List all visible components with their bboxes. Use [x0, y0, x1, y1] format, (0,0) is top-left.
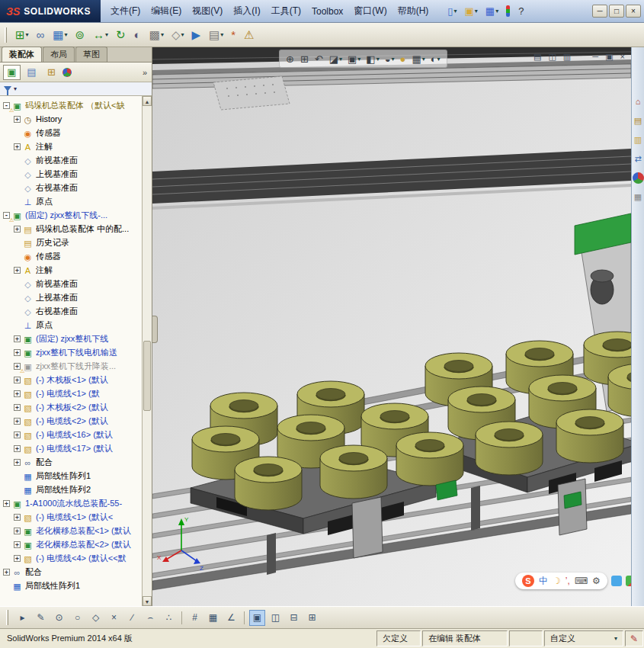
ime-button[interactable]: ⌨ — [575, 576, 588, 586]
sketch-tool-button[interactable]: ✎ — [33, 610, 49, 626]
toolbar-button[interactable]: ⚠ — [241, 26, 258, 44]
status-custom[interactable]: 自定义 ▾ — [544, 630, 623, 646]
sketch-tool-button[interactable]: ⊙ — [51, 610, 67, 626]
taskpane-icon[interactable] — [633, 172, 644, 184]
menu-item[interactable]: 插入(I) — [228, 2, 265, 20]
toolbar-button[interactable]: * — [228, 26, 239, 44]
tree-item[interactable]: ▦ 局部线性阵列2 — [2, 483, 142, 496]
manager-tab[interactable]: ⊞ — [43, 65, 60, 80]
tree-item[interactable]: + ◷ History — [2, 112, 142, 126]
sketch-tool-button[interactable]: ⊟ — [286, 610, 302, 626]
sketch-tool-button[interactable]: ∴ — [161, 610, 177, 626]
toolbar-button[interactable]: ▦ ▾ — [50, 26, 70, 44]
sketch-tool-button[interactable]: ◫ — [268, 610, 284, 626]
menu-item[interactable]: 帮助(H) — [392, 2, 434, 20]
commandmanager-tab[interactable]: 布局 — [43, 47, 75, 62]
quick-tool-button[interactable]: ▦ ▾ — [482, 4, 501, 19]
tree-item[interactable]: + ▧ (-) 电缆线<16> (默认 — [2, 428, 142, 441]
tree-item[interactable]: + A 注解 — [2, 140, 142, 153]
ime-button[interactable]: ⚙ — [592, 576, 601, 586]
commandmanager-tab[interactable]: 草图 — [75, 47, 107, 62]
toolbar-button[interactable]: ◐ — [131, 26, 145, 44]
tree-item[interactable]: ◇ 前视基准面 — [2, 277, 142, 290]
tree-expander[interactable]: + — [14, 267, 21, 274]
quick-tool-button[interactable] — [503, 3, 514, 19]
toolbar-button[interactable]: ◇ ▾ — [168, 26, 187, 44]
tree-item[interactable]: + ▣ 1-A1000流水线总装配-55- — [2, 496, 142, 510]
tree-item[interactable]: ◇ 前视基准面 — [2, 153, 142, 167]
menu-item[interactable]: 工具(T) — [266, 2, 306, 20]
tree-item[interactable]: + ▧ (-) 电缆线<1> (默认< — [2, 510, 142, 524]
tree-item[interactable]: + ▧ (-) 电缆线<4> (默认<<默 — [2, 551, 142, 565]
toolbar-grip[interactable] — [5, 27, 7, 43]
tree-expander[interactable]: + — [14, 541, 21, 548]
tree-scrollbar[interactable]: ▲ ▼ — [142, 96, 152, 606]
viewport-tool-button[interactable]: ▣ ▾ — [348, 53, 360, 65]
tree-expander[interactable]: + — [14, 418, 21, 425]
quick-tool-button[interactable]: ▯ ▾ — [444, 4, 460, 19]
viewport-tool-button[interactable]: ◐ ▾ — [431, 53, 441, 65]
tree-expander[interactable]: + — [14, 555, 21, 562]
sketch-tool-button[interactable]: ∕ — [124, 610, 140, 626]
menu-item[interactable]: 视图(V) — [187, 2, 228, 20]
manager-tab[interactable] — [62, 68, 72, 77]
tree-item[interactable]: - ▣ ⚠ (固定) zjxx整机下线-... — [2, 208, 142, 222]
ime-button[interactable]: ☽ — [553, 576, 561, 586]
chevron-down-icon[interactable]: ▾ — [14, 85, 17, 92]
viewport-tool-button[interactable]: ◒ ▾ — [385, 53, 395, 65]
tree-item[interactable]: + ▧ (-) 电缆线<1> (默 — [2, 387, 142, 400]
window-button[interactable]: × — [626, 5, 641, 18]
toolbar-button[interactable]: ▤ ▾ — [206, 26, 226, 44]
ime-extra-icon[interactable] — [611, 576, 622, 586]
tree-item[interactable]: ◇ 上视基准面 — [2, 167, 142, 181]
tree-item[interactable]: + ▣ ⚠ zjxx整机下线升降装... — [2, 359, 142, 373]
tree-expander[interactable]: + — [3, 500, 10, 507]
taskpane-icon[interactable]: ▦ — [633, 191, 644, 203]
viewport-tool-button[interactable]: ◧ ▾ — [366, 53, 379, 65]
toolbar-button[interactable]: ⊞ ▾ — [12, 26, 32, 44]
tree-item[interactable]: + ▣ zjxx整机下线电机输送 — [2, 345, 142, 359]
toolbar-button[interactable]: ▶ — [189, 26, 205, 44]
sketch-tool-button[interactable] — [181, 611, 182, 624]
tree-expander[interactable]: + — [14, 377, 21, 383]
sketch-tool-button[interactable]: ⌢ — [143, 610, 159, 626]
toolbar-button[interactable]: ↻ — [113, 26, 130, 44]
sketch-tool-button[interactable]: ▦ — [205, 610, 221, 626]
taskpane-icon[interactable]: ▤ — [633, 115, 644, 127]
quick-tool-button[interactable]: ▣ ▾ — [462, 4, 481, 19]
tree-item[interactable]: ◉ 传感器 — [2, 126, 142, 140]
manager-tab[interactable]: ▤ — [23, 65, 40, 80]
tree-item[interactable]: ⊥ 原点 — [2, 318, 142, 332]
menu-item[interactable]: Toolbox — [306, 4, 348, 19]
menu-item[interactable]: 窗口(W) — [348, 2, 392, 20]
tree-item[interactable]: + A 注解 — [2, 263, 142, 277]
ime-button[interactable]: ’, — [566, 576, 570, 586]
viewport-tool-button[interactable]: ⊞ — [300, 53, 309, 65]
pane-control-icon[interactable]: ▤ — [533, 52, 541, 62]
taskpane-icon[interactable]: ⇄ — [633, 153, 644, 165]
toolbar-button[interactable]: ⊚ — [72, 26, 89, 44]
tree-item[interactable]: ▤ 历史记录 — [2, 236, 142, 249]
sketch-tool-button[interactable]: ▣ — [249, 610, 265, 626]
status-edit-icon[interactable]: ✎ — [625, 630, 643, 646]
sketch-tool-button[interactable]: ○ — [69, 610, 85, 626]
menu-item[interactable]: 编辑(E) — [146, 2, 187, 20]
tree-expander[interactable]: + — [14, 226, 21, 233]
sketch-tool-button[interactable]: ◇ — [88, 610, 104, 626]
tree-item[interactable]: - ▣ ⚠ 码垛机总装配体 （默认<缺 — [2, 98, 142, 112]
toolbar-grip[interactable] — [6, 610, 8, 625]
document-window-button[interactable]: ─ — [592, 52, 598, 62]
sketch-tool-button[interactable]: ∠ — [223, 610, 239, 626]
ime-button[interactable]: 中 — [539, 576, 548, 586]
ime-extra-icon[interactable] — [626, 576, 631, 586]
viewport-tool-button[interactable]: ↶ — [315, 53, 324, 65]
tree-expander[interactable]: + — [14, 116, 21, 123]
tree-item[interactable]: + ▤ 码垛机总装配体 中的配... — [2, 222, 142, 236]
document-window-button[interactable]: × — [620, 52, 625, 62]
toolbar-button[interactable]: ∞ — [34, 26, 49, 44]
graphics-viewport[interactable]: X Y Z ⊕ ⊞ ↶ — [152, 47, 631, 606]
tree-expander[interactable]: + — [14, 143, 21, 150]
tree-item[interactable]: ◇ 右视基准面 — [2, 181, 142, 194]
pane-control-icon[interactable]: ◫ — [548, 52, 556, 62]
viewport-tool-button[interactable]: ▦ ▾ — [412, 53, 425, 65]
